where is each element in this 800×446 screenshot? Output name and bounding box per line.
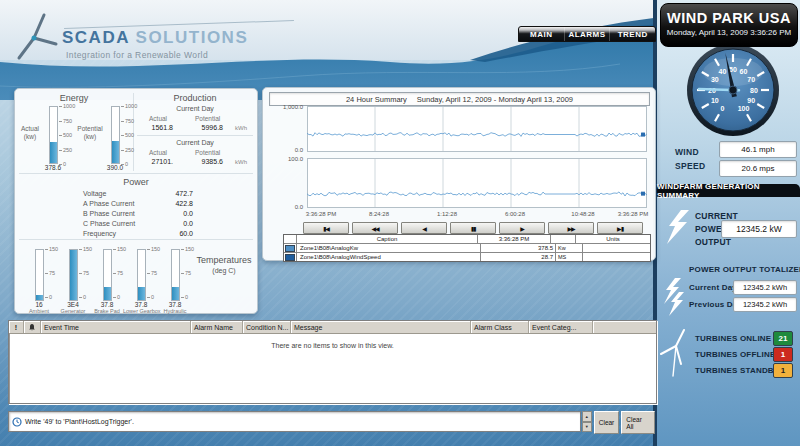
legend-row-windspeed[interactable]: Zone1\B08\AnalogWindSpeed 28.7 MS (284, 252, 650, 261)
temperatures-title: Temperatures (193, 255, 255, 265)
logo-word-solutions: SOLUTIONS (136, 28, 249, 47)
clock-icon (12, 417, 22, 427)
svg-text:100: 100 (738, 105, 750, 112)
wind-speed-label: WIND SPEED (675, 146, 705, 173)
svg-text:30: 30 (711, 76, 719, 83)
logo-title: SCADA SOLUTIONS (62, 28, 248, 48)
temp-value: 37.8 (125, 301, 157, 308)
temp-value: 16 (23, 301, 55, 308)
trend-legend-table: Caption 3:36:28 PM Units Zone1\B08\Analo… (283, 234, 651, 262)
trend-pause-button[interactable]: ▮▮ (450, 222, 496, 234)
totalized-title: POWER OUTPUT TOTALIZED (689, 265, 800, 274)
power-row-label: C Phase Current (83, 220, 135, 227)
trend-step-back-button[interactable]: ▮◀ (303, 222, 349, 234)
message-column-header[interactable]: Message (291, 321, 471, 333)
status-message: Write '49' to 'Plant\HostLogTrigger'. (25, 418, 134, 425)
energy-potential-gauge (111, 106, 120, 164)
trend-fast-forward-button[interactable]: ▶▶ (548, 222, 594, 234)
current-day-label: Current Day (689, 283, 737, 292)
logo-word-scada: SCADA (62, 28, 129, 47)
clear-button[interactable]: Clear (594, 411, 620, 434)
trend-fast-rewind-button[interactable]: ◀◀ (352, 222, 398, 234)
energy-potential-label: Potential (kw) (73, 125, 107, 142)
logo: SCADA SOLUTIONS Integration for a Renewa… (14, 12, 294, 70)
kw-series-swatch (285, 245, 295, 252)
x-tick-label: 1:12:28 (437, 211, 457, 217)
p1-potential-value: 5996.8 (189, 124, 223, 131)
clear-all-button[interactable]: Clear All (621, 411, 655, 434)
temp-name: Ambient (21, 308, 57, 314)
power-row-value: 422.8 (153, 200, 193, 207)
turbines-standby-label: TURBINES STANDBY (695, 366, 779, 375)
alarm-name-column-header[interactable]: Alarm Name (191, 321, 243, 333)
priority-column-header[interactable]: ! (9, 321, 24, 333)
trend-step-forward-button[interactable]: ▶▮ (597, 222, 643, 234)
legend-units-header: Units (575, 235, 650, 243)
p1-actual-value: 1561.8 (139, 124, 173, 131)
status-spinner[interactable]: ▲▼ (582, 411, 592, 432)
condition-column-header[interactable]: Condition N... (243, 321, 291, 333)
temperatures-subtitle: (deg C) (193, 267, 255, 274)
nav-button-trend[interactable]: TREND (609, 27, 655, 41)
metrics-panel: Energy Actual (kw) 10007505002500 378.6 … (14, 88, 258, 314)
power-row-label: A Phase Current (83, 200, 134, 207)
spin-up-icon[interactable]: ▲ (582, 411, 592, 422)
bell-icon[interactable] (24, 321, 41, 333)
p2-potential-header: Potential (195, 149, 220, 156)
spin-down-icon[interactable]: ▼ (582, 422, 592, 433)
windspeed-series-swatch (285, 254, 295, 261)
site-datetime: Monday, April 13, 2009 3:36:26 PM (661, 28, 797, 37)
svg-text:10: 10 (711, 97, 719, 104)
nav-button-main[interactable]: MAIN (519, 27, 564, 41)
energy-potential-value: 390.0 (97, 164, 133, 171)
x-tick-label: 8:24:28 (369, 211, 389, 217)
site-title-box: WIND PARK USA Monday, April 13, 2009 3:3… (660, 3, 798, 47)
temp-name: Lower Gearbox (123, 308, 159, 314)
logo-tagline: Integration for a Renewable World (66, 50, 208, 60)
power-row-value: 60.0 (153, 230, 193, 237)
event-time-column-header[interactable]: Event Time (41, 321, 191, 333)
trend-rewind-button[interactable]: ◀ (401, 222, 447, 234)
nav-button-alarms[interactable]: ALARMS (564, 27, 610, 41)
legend-windspeed-unit: MS (555, 253, 582, 261)
temp-name: Brake Pad (89, 308, 125, 314)
trend-panel: 24 Hour Summary Sunday, April 12, 2009 -… (262, 87, 656, 261)
power-row-value: 0.0 (153, 210, 193, 217)
power-row-value: 0.0 (153, 220, 193, 227)
previous-day-value: 12345.2 kWh (733, 297, 797, 312)
legend-row-kw[interactable]: Zone1\B08\AnalogKw 378.5 Kw (284, 243, 650, 252)
site-title: WIND PARK USA (661, 10, 797, 26)
plot1-ymax-label: 1,000.0 (263, 104, 303, 110)
svg-text:80: 80 (750, 87, 758, 94)
power-row-value: 472.7 (153, 190, 193, 197)
temp-value: 37.8 (91, 301, 123, 308)
legend-windspeed-caption: Zone1\B08\AnalogWindSpeed (296, 253, 480, 261)
legend-kw-unit: Kw (555, 244, 582, 252)
x-tick-label: 6:00:28 (505, 211, 525, 217)
legend-caption-header: Caption (296, 235, 477, 243)
p1-actual-header: Actual (149, 115, 167, 122)
sidebar: WIND PARK USA Monday, April 13, 2009 3:3… (653, 0, 800, 446)
windspeed-trend-plot (307, 158, 647, 208)
alarm-event-table: ! Event Time Alarm Name Condition N... M… (8, 320, 657, 404)
turbines-online-label: TURBINES ONLINE (695, 334, 771, 343)
status-message-field[interactable]: Write '49' to 'Plant\HostLogTrigger'. (8, 411, 581, 432)
legend-kw-value: 378.5 (480, 244, 555, 252)
temp-name: Generator (55, 308, 91, 314)
temp-value: 3E4 (57, 301, 89, 308)
power-row-label: Voltage (83, 190, 106, 197)
alarm-class-column-header[interactable]: Alarm Class (471, 321, 529, 333)
temp-gauge-0 (35, 249, 44, 301)
double-lightning-icon (663, 278, 685, 318)
event-table-empty-message: There are no items to show in this view. (9, 342, 656, 349)
turbines-offline-badge: 1 (773, 347, 793, 362)
p2-potential-value: 9385.6 (189, 158, 223, 165)
trend-date-range: Sunday, April 12, 2009 - Monday April 13… (417, 95, 573, 104)
energy-actual-gauge (49, 106, 58, 164)
trend-play-button[interactable]: ▶ (499, 222, 545, 234)
power-row-label: Frequency (83, 230, 116, 237)
x-tick-label: 10:48:28 (571, 211, 594, 217)
x-tick-label: 3:36:28 PM (306, 211, 337, 217)
event-category-column-header[interactable]: Event Categ... (529, 321, 593, 333)
plot2-ymax-label: 100.0 (263, 156, 303, 162)
